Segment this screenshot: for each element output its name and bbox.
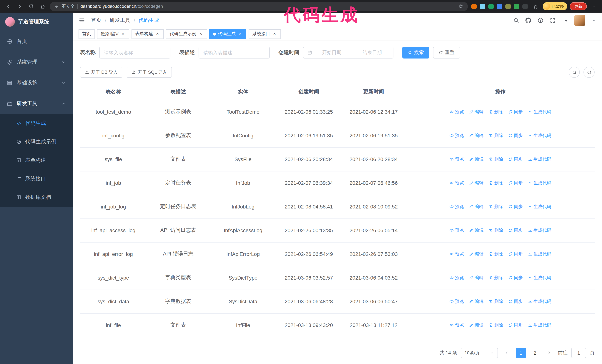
- sync-action[interactable]: 同步: [508, 109, 523, 115]
- delete-action[interactable]: 删除: [489, 156, 503, 162]
- delete-action[interactable]: 删除: [489, 180, 503, 186]
- generate-code-action[interactable]: 生成代码: [528, 275, 551, 281]
- extension-icon[interactable]: [480, 3, 485, 9]
- table-name-input[interactable]: [99, 47, 171, 59]
- sidebar-item-infra[interactable]: 基础设施: [0, 73, 73, 93]
- edit-action[interactable]: 编辑: [469, 180, 484, 186]
- page-button-1[interactable]: 1: [516, 348, 526, 358]
- search-icon[interactable]: [513, 17, 519, 23]
- forward-button[interactable]: [15, 2, 24, 11]
- goto-page-input[interactable]: [571, 348, 586, 358]
- extension-icon[interactable]: [471, 3, 477, 9]
- generate-code-action[interactable]: 生成代码: [528, 227, 551, 233]
- edit-action[interactable]: 编辑: [469, 298, 484, 305]
- font-size-icon[interactable]: [562, 17, 568, 23]
- sidebar-item-home[interactable]: 首页: [0, 31, 73, 52]
- edit-action[interactable]: 编辑: [469, 322, 484, 328]
- tab-form-builder[interactable]: 表单构建×: [131, 29, 164, 39]
- breadcrumb-devtools[interactable]: 研发工具: [110, 17, 130, 24]
- close-icon[interactable]: ×: [120, 31, 126, 36]
- edit-action[interactable]: 编辑: [469, 275, 484, 281]
- generate-code-action[interactable]: 生成代码: [528, 156, 551, 162]
- close-icon[interactable]: ×: [198, 31, 203, 36]
- sidebar-item-system-api[interactable]: 系统接口: [0, 170, 73, 188]
- delete-action[interactable]: 删除: [489, 298, 503, 305]
- close-icon[interactable]: ×: [155, 31, 160, 36]
- home-button[interactable]: [38, 2, 47, 11]
- sync-action[interactable]: 同步: [508, 180, 523, 186]
- sync-action[interactable]: 同步: [508, 298, 523, 305]
- caret-down-icon[interactable]: [592, 18, 596, 23]
- browser-menu-button[interactable]: [589, 2, 598, 11]
- extension-icon[interactable]: [514, 3, 519, 9]
- preview-action[interactable]: 预览: [449, 132, 464, 139]
- refresh-button[interactable]: [583, 67, 595, 78]
- extension-icon[interactable]: [505, 3, 511, 9]
- reload-button[interactable]: [27, 2, 36, 11]
- sidebar-item-form-builder[interactable]: 表单构建: [0, 151, 73, 170]
- preview-action[interactable]: 预览: [449, 227, 464, 233]
- menu-fold-icon[interactable]: [78, 17, 85, 24]
- breadcrumb-home[interactable]: 首页: [91, 17, 101, 24]
- table-desc-input[interactable]: [199, 47, 270, 59]
- delete-action[interactable]: 删除: [489, 227, 503, 233]
- generate-code-action[interactable]: 生成代码: [528, 132, 551, 139]
- edit-action[interactable]: 编辑: [469, 132, 484, 139]
- delete-action[interactable]: 删除: [489, 109, 503, 115]
- preview-action[interactable]: 预览: [449, 203, 464, 210]
- sync-action[interactable]: 同步: [508, 251, 523, 257]
- generate-code-action[interactable]: 生成代码: [528, 251, 551, 257]
- star-icon[interactable]: [458, 4, 463, 9]
- preview-action[interactable]: 预览: [449, 251, 464, 257]
- sidebar-item-db-doc[interactable]: 数据库文档: [0, 188, 73, 207]
- sql-import-button[interactable]: 基于 SQL 导入: [127, 67, 172, 78]
- sync-action[interactable]: 同步: [508, 156, 523, 162]
- generate-code-action[interactable]: 生成代码: [528, 109, 551, 115]
- sidebar-item-system[interactable]: 系统管理: [0, 52, 73, 73]
- generate-code-action[interactable]: 生成代码: [528, 180, 551, 186]
- help-icon[interactable]: [538, 17, 543, 23]
- tab-codegen[interactable]: 代码生成×: [209, 29, 246, 39]
- tab-codegen-example[interactable]: 代码生成示例×: [166, 29, 207, 39]
- fullscreen-icon[interactable]: [550, 17, 556, 23]
- update-button[interactable]: 更新: [570, 2, 587, 10]
- next-page-button[interactable]: [544, 348, 554, 358]
- sync-action[interactable]: 同步: [508, 227, 523, 233]
- edit-action[interactable]: 编辑: [469, 109, 484, 115]
- edit-action[interactable]: 编辑: [469, 227, 484, 233]
- preview-action[interactable]: 预览: [449, 180, 464, 186]
- reset-button[interactable]: 重置: [433, 47, 460, 59]
- tab-trace[interactable]: 链路追踪×: [97, 29, 129, 39]
- delete-action[interactable]: 删除: [489, 203, 503, 210]
- page-button-2[interactable]: 2: [530, 348, 540, 358]
- extension-icon[interactable]: [497, 3, 502, 9]
- profile-chip[interactable]: 已暂停: [543, 2, 567, 10]
- extensions-button[interactable]: [531, 2, 540, 11]
- tab-system-api[interactable]: 系统接口×: [248, 29, 281, 39]
- edit-action[interactable]: 编辑: [469, 203, 484, 210]
- address-bar[interactable]: 不安全 dashboard.yudao.iocoder.cn/tool/code…: [50, 2, 468, 11]
- date-range-picker[interactable]: 开始日期 - 结束日期: [303, 47, 393, 59]
- avatar[interactable]: [574, 15, 585, 26]
- edit-action[interactable]: 编辑: [469, 251, 484, 257]
- github-icon[interactable]: [525, 17, 531, 23]
- tab-home[interactable]: 首页: [78, 29, 95, 39]
- sidebar-item-codegen-example[interactable]: 代码生成示例: [0, 133, 73, 151]
- preview-action[interactable]: 预览: [449, 275, 464, 281]
- extension-icon[interactable]: [488, 3, 494, 9]
- generate-code-action[interactable]: 生成代码: [528, 203, 551, 210]
- sidebar-item-codegen[interactable]: 代码生成: [0, 114, 73, 133]
- delete-action[interactable]: 删除: [489, 251, 503, 257]
- prev-page-button[interactable]: [502, 348, 512, 358]
- delete-action[interactable]: 删除: [489, 322, 503, 328]
- generate-code-action[interactable]: 生成代码: [528, 298, 551, 305]
- preview-action[interactable]: 预览: [449, 298, 464, 305]
- close-icon[interactable]: ×: [237, 31, 243, 36]
- preview-action[interactable]: 预览: [449, 109, 464, 115]
- toggle-search-button[interactable]: [569, 67, 580, 78]
- sidebar-item-devtools[interactable]: 研发工具: [0, 93, 73, 114]
- sync-action[interactable]: 同步: [508, 203, 523, 210]
- edit-action[interactable]: 编辑: [469, 156, 484, 162]
- sync-action[interactable]: 同步: [508, 275, 523, 281]
- preview-action[interactable]: 预览: [449, 322, 464, 328]
